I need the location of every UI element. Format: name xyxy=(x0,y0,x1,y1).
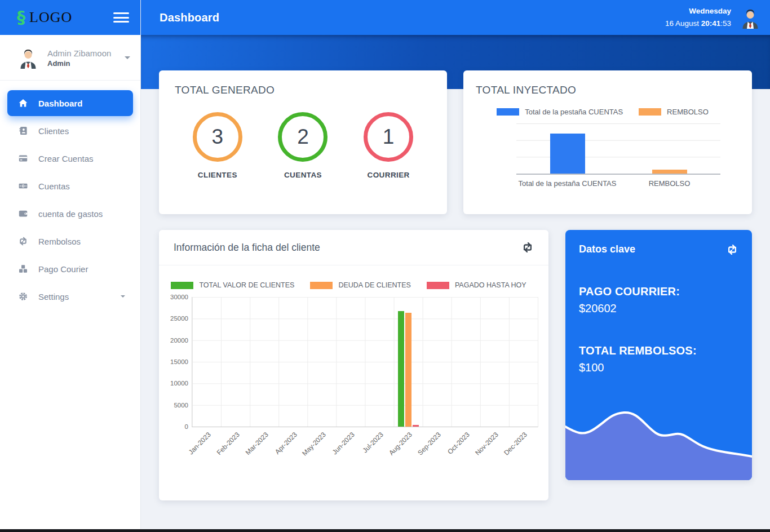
bar-total-valor-de-clientes[interactable] xyxy=(398,311,404,427)
sidebar-item-cuenta-de-gastos[interactable]: cuenta de gastos xyxy=(7,201,133,227)
bar-pagado-hasta-hoy[interactable] xyxy=(413,425,419,427)
sidebar-item-clientes[interactable]: Clientes xyxy=(7,118,133,144)
legend-swatch xyxy=(310,282,333,289)
sidebar-item-pago-courier[interactable]: Pago Courier xyxy=(7,256,133,282)
chevron-down-icon[interactable] xyxy=(125,56,130,59)
card-total-generado: TOTAL GENERADO 3CLIENTES2CUENTAS1COURRIE… xyxy=(159,70,447,214)
user-panel[interactable]: Admin Zibamoon Admin xyxy=(0,35,140,81)
bar-group-nov-2023 xyxy=(480,297,509,427)
stat-label: CLIENTES xyxy=(193,171,242,179)
money-bill-icon xyxy=(18,181,28,191)
stat-courrier: 1COURRIER xyxy=(364,112,413,179)
legend-swatch xyxy=(639,108,661,116)
card-title-total-inyectado: TOTAL INYECTADO xyxy=(476,84,740,96)
card-title-ficha: Información de la ficha del cliente xyxy=(174,242,320,254)
y-axis-tick-label: 20000 xyxy=(170,337,188,344)
sidebar-header: § LOGO xyxy=(0,0,140,35)
sidebar-item-dashboard[interactable]: Dashboard xyxy=(7,90,133,116)
stat-circle-value: 2 xyxy=(278,112,328,162)
legend-swatch xyxy=(497,108,519,116)
stat-clientes: 3CLIENTES xyxy=(193,112,242,179)
credit-card-icon xyxy=(18,153,28,163)
sidebar-menu: DashboardClientesCrear CuentasCuentascue… xyxy=(0,81,140,321)
hamburger-menu-icon[interactable] xyxy=(113,8,129,28)
sidebar-item-rembolsos[interactable]: Rembolsos xyxy=(7,228,133,254)
card-ficha-cliente: Información de la ficha del cliente TOTA… xyxy=(159,230,548,500)
y-axis-tick-label: 10000 xyxy=(170,380,188,387)
legend-swatch xyxy=(171,282,193,289)
sidebar-item-cuentas[interactable]: Cuentas xyxy=(7,173,133,199)
topbar: Dashboard Wednesday 16 August 20:41:53 xyxy=(141,0,770,35)
sidebar-item-label: Clientes xyxy=(38,126,69,136)
user-avatar xyxy=(17,46,39,69)
bar-group-may-2023 xyxy=(307,297,336,427)
gear-icon xyxy=(18,291,28,302)
inyectado-x-axis-labels: Total de la pestaña CUENTASREMBOLSO xyxy=(516,179,720,188)
sidebar-item-label: Crear Cuentas xyxy=(38,154,94,163)
bar-group-total-de-la-pesta-a-cuentas xyxy=(516,123,618,174)
bar-group-mar-2023 xyxy=(250,297,278,427)
key-data-label: PAGO COURRIER: xyxy=(579,285,738,298)
refresh-icon[interactable] xyxy=(726,243,738,256)
bar-group-jul-2023 xyxy=(365,297,393,427)
date-time-label: 16 August 20:41:53 xyxy=(665,17,731,30)
bar-group-apr-2023 xyxy=(278,297,307,427)
y-axis-tick-label: 15000 xyxy=(170,358,188,365)
home-icon xyxy=(18,98,28,108)
inyectado-bar-chart xyxy=(516,123,720,175)
bar-group-sep-2023 xyxy=(423,297,452,427)
legend-label[interactable]: TOTAL VALOR DE CLIENTES xyxy=(199,281,294,289)
inyectado-legend: Total de la pestaña CUENTASREMBOLSO xyxy=(476,108,740,116)
legend-label[interactable]: DEUDA DE CLIENTES xyxy=(338,281,411,289)
key-data-label: TOTAL REMBOLSOS: xyxy=(579,344,738,357)
sidebar-item-label: Dashboard xyxy=(38,99,82,108)
user-name: Admin Zibamoon xyxy=(47,47,111,59)
stat-cuentas: 2CUENTAS xyxy=(278,112,328,179)
key-data-item-pago-courrier: PAGO COURRIER:$20602 xyxy=(565,285,752,315)
sidebar-item-label: Cuentas xyxy=(38,181,70,191)
x-axis-tick-label: Sep-2023 xyxy=(416,431,442,457)
logo[interactable]: § LOGO xyxy=(17,9,72,26)
card-datos-clave: Datos clave PAGO COURRIER:$20602TOTAL RE… xyxy=(565,230,752,480)
x-axis-label: Total de la pestaña CUENTAS xyxy=(516,179,618,188)
sidebar-item-settings[interactable]: Settings xyxy=(7,283,133,309)
sidebar-item-label: Settings xyxy=(38,292,69,302)
bottom-border-bar xyxy=(0,529,770,532)
sidebar-item-label: cuenta de gastos xyxy=(38,209,103,219)
bar-total-de-la-pesta-a-cuentas[interactable] xyxy=(550,134,585,174)
bar-group-rembolso xyxy=(618,123,720,174)
bar-deuda-de-clientes[interactable] xyxy=(405,313,411,427)
sidebar: § LOGO Admin Zibamoon Admin DashboardCli… xyxy=(0,0,141,532)
legend-label[interactable]: Total de la pestaña CUENTAS xyxy=(525,108,623,116)
x-axis-tick-label: Jul-2023 xyxy=(361,431,384,454)
address-book-icon xyxy=(18,126,28,136)
x-axis-tick-label: Apr-2023 xyxy=(273,431,299,456)
sidebar-item-crear-cuentas[interactable]: Crear Cuentas xyxy=(7,145,133,171)
bar-group-jan-2023 xyxy=(192,297,221,427)
retweet-icon xyxy=(18,236,28,246)
x-axis-tick-label: May-2023 xyxy=(300,431,328,458)
bar-group-aug-2023 xyxy=(394,297,423,427)
stat-label: COURRIER xyxy=(364,171,413,179)
legend-label[interactable]: PAGADO HASTA HOY xyxy=(455,281,526,289)
sidebar-item-label: Pago Courier xyxy=(38,264,88,274)
x-axis-tick-label: Feb-2023 xyxy=(215,431,241,456)
logo-text: LOGO xyxy=(29,9,72,26)
logo-icon: § xyxy=(17,10,25,25)
stat-circle-value: 1 xyxy=(364,112,413,162)
bar-group-oct-2023 xyxy=(452,297,480,427)
bar-rembolso[interactable] xyxy=(652,170,687,174)
ficha-legend: TOTAL VALOR DE CLIENTESDEUDA DE CLIENTES… xyxy=(159,281,548,289)
topbar-avatar[interactable] xyxy=(739,6,762,29)
key-data-item-total-rembolsos: TOTAL REMBOLSOS:$100 xyxy=(565,344,752,374)
card-title-datos-clave: Datos clave xyxy=(579,243,635,255)
key-data-value: $20602 xyxy=(579,302,738,315)
sidebar-item-label: Rembolsos xyxy=(38,237,81,246)
x-axis-tick-label: Jan-2023 xyxy=(187,431,212,456)
legend-label[interactable]: REMBOLSO xyxy=(667,108,709,116)
x-axis-tick-label: Dec-2023 xyxy=(503,431,529,457)
y-axis-tick-label: 25000 xyxy=(170,315,188,322)
x-axis-tick-label: Aug-2023 xyxy=(387,431,414,457)
datetime-display: Wednesday 16 August 20:41:53 xyxy=(665,5,731,29)
refresh-icon[interactable] xyxy=(521,241,534,254)
